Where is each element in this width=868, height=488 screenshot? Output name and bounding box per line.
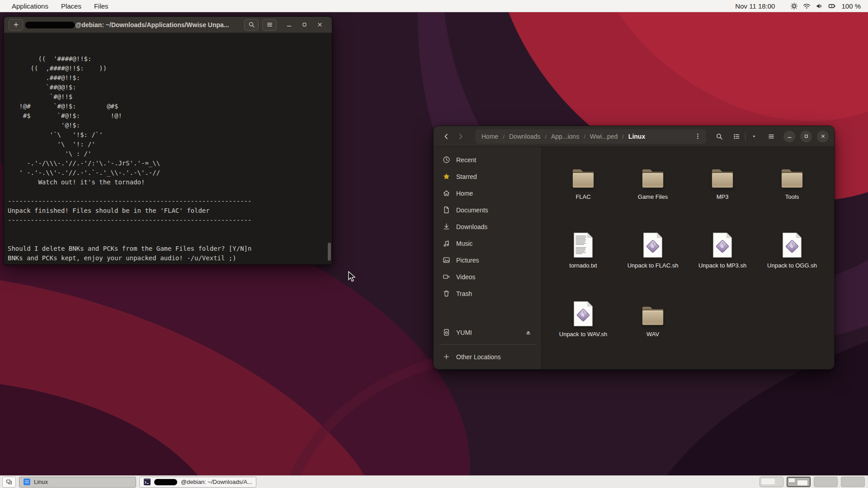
terminal-window: @debian: ~/Downloads/Applications/Wwise … xyxy=(4,16,332,265)
file-item[interactable]: MP3 xyxy=(688,161,757,230)
file-item[interactable]: Unpack to FLAC.sh xyxy=(618,230,688,299)
picture-icon xyxy=(443,256,450,264)
folder-icon xyxy=(778,161,806,189)
breadcrumb-item[interactable]: Home xyxy=(481,133,498,140)
file-item-label: tornado.txt xyxy=(569,262,597,269)
sidebar-item[interactable]: Downloads xyxy=(437,218,538,235)
sidebar-item[interactable]: Home xyxy=(437,185,538,202)
brightness-icon[interactable] xyxy=(790,2,798,10)
file-item[interactable]: tornado.txt xyxy=(548,230,618,299)
text-icon xyxy=(573,230,594,258)
file-item[interactable]: Game Files xyxy=(618,161,688,230)
minimize-button[interactable] xyxy=(783,131,795,142)
search-button[interactable] xyxy=(244,19,259,31)
volume-icon[interactable] xyxy=(815,2,824,10)
file-manager-headerbar[interactable]: Home/Downloads/App...ions/Wwi...ped/Linu… xyxy=(434,126,834,147)
breadcrumb-items: Home/Downloads/App...ions/Wwi...ped/Linu… xyxy=(481,132,645,141)
folder-icon xyxy=(639,299,667,327)
panel-menu-item[interactable]: Places xyxy=(55,0,88,12)
other-locations-label: Other Locations xyxy=(456,353,501,361)
file-item[interactable]: Tools xyxy=(757,161,827,230)
trash-icon xyxy=(443,290,450,297)
terminal-titlebar[interactable]: @debian: ~/Downloads/Applications/Wwise … xyxy=(4,17,332,33)
list-view-icon[interactable] xyxy=(730,130,743,143)
taskbar-task-button[interactable]: Linux xyxy=(19,477,136,488)
clock[interactable]: Nov 11 18:00 xyxy=(735,2,775,10)
sidebar-item[interactable]: Documents xyxy=(437,202,538,218)
breadcrumb: Home/Downloads/App...ions/Wwi...ped/Linu… xyxy=(475,129,706,144)
sidebar-item-label: Pictures xyxy=(456,257,479,264)
top-panel: ApplicationsPlacesFiles Nov 11 18:00 100… xyxy=(0,0,868,12)
breadcrumb-item[interactable]: Linux xyxy=(628,133,645,140)
terminal-titlebar-buttons xyxy=(244,19,332,31)
panel-menu-item[interactable]: Applications xyxy=(5,0,55,12)
file-item[interactable]: Unpack to WAV.sh xyxy=(548,299,618,367)
workspace-thumbnail[interactable] xyxy=(841,477,865,487)
breadcrumb-item[interactable]: Downloads xyxy=(509,133,540,140)
file-item-label: Unpack to OGG.sh xyxy=(767,262,817,269)
search-button[interactable] xyxy=(712,130,726,143)
workspace-thumbnail[interactable] xyxy=(814,477,838,487)
sidebar-item[interactable]: Trash xyxy=(437,285,538,302)
panel-status-area: Nov 11 18:00 100 % xyxy=(735,2,868,10)
plus-icon xyxy=(443,353,450,361)
sidebar-item-label: Recent xyxy=(456,156,476,164)
new-tab-button[interactable] xyxy=(9,19,23,31)
maximize-button[interactable] xyxy=(298,19,310,31)
maximize-button[interactable] xyxy=(800,131,812,142)
terminal-scrollbar[interactable] xyxy=(328,243,331,261)
close-button[interactable] xyxy=(314,19,326,31)
file-item[interactable]: WAV xyxy=(618,299,688,367)
workspace-thumbnail[interactable] xyxy=(787,477,811,487)
battery-icon[interactable] xyxy=(828,2,836,10)
breadcrumb-separator: / xyxy=(622,133,624,140)
wifi-icon[interactable] xyxy=(802,2,811,10)
sidebar-item-label: Music xyxy=(456,240,473,247)
menu-button[interactable] xyxy=(764,130,778,143)
file-item-label: Unpack to WAV.sh xyxy=(559,331,607,338)
breadcrumb-item[interactable]: Wwi...ped xyxy=(590,133,618,140)
sidebar-item[interactable]: Music xyxy=(437,235,538,252)
terminal-body[interactable]: (( '####@!!$: (( ,####@!!$: )) .###@!!$:… xyxy=(4,33,332,264)
file-item-label: MP3 xyxy=(717,193,729,201)
script-icon xyxy=(573,299,594,327)
file-grid-area[interactable]: FLAC Game Files MP3 Tools tornad xyxy=(542,147,834,370)
file-item[interactable]: Unpack to MP3.sh xyxy=(688,230,757,299)
minimize-button[interactable] xyxy=(283,19,295,31)
sidebar-item[interactable]: Videos xyxy=(437,268,538,285)
sidebar-item-label: Home xyxy=(456,190,473,197)
breadcrumb-separator: / xyxy=(584,133,585,140)
window-controls xyxy=(783,131,829,142)
sidebar-item-label: Downloads xyxy=(456,223,487,230)
task-label: @debian: ~/Downloads/A... xyxy=(181,479,252,485)
sidebar-item[interactable]: Pictures xyxy=(437,252,538,268)
mouse-cursor xyxy=(348,271,356,282)
view-options-chevron-down-icon[interactable] xyxy=(747,130,761,143)
breadcrumb-item[interactable]: App...ions xyxy=(551,133,579,140)
terminal-window-title: @debian: ~/Downloads/Applications/Wwise … xyxy=(25,17,229,33)
sidebar-item[interactable]: Starred xyxy=(437,168,538,185)
sidebar-separator xyxy=(439,344,536,345)
sidebar-item-other-locations[interactable]: Other Locations xyxy=(437,348,538,365)
forward-button[interactable] xyxy=(453,130,468,143)
workspace-thumbnail[interactable] xyxy=(760,477,783,487)
eject-icon[interactable] xyxy=(524,328,533,337)
download-icon xyxy=(443,223,450,230)
sidebar-item-label: Trash xyxy=(456,290,472,297)
sidebar-item[interactable]: Recent xyxy=(437,151,538,168)
path-options-button[interactable] xyxy=(692,131,703,142)
show-desktop-button[interactable] xyxy=(2,477,16,488)
drive-icon xyxy=(443,328,450,336)
redacted-username xyxy=(25,22,75,28)
home-icon xyxy=(443,189,450,197)
panel-menu-item[interactable]: Files xyxy=(88,0,115,12)
taskbar-task-button[interactable]: @debian: ~/Downloads/A... xyxy=(139,477,256,488)
terminal-output: (( '####@!!$: (( ,####@!!$: )) .###@!!$:… xyxy=(8,54,332,264)
file-item[interactable]: Unpack to OGG.sh xyxy=(757,230,827,299)
folder-icon xyxy=(639,161,667,189)
menu-button[interactable] xyxy=(262,19,277,31)
sidebar-item-device[interactable]: YUMI xyxy=(437,324,538,341)
back-button[interactable] xyxy=(439,130,453,143)
close-button[interactable] xyxy=(817,131,829,142)
file-item[interactable]: FLAC xyxy=(548,161,618,230)
